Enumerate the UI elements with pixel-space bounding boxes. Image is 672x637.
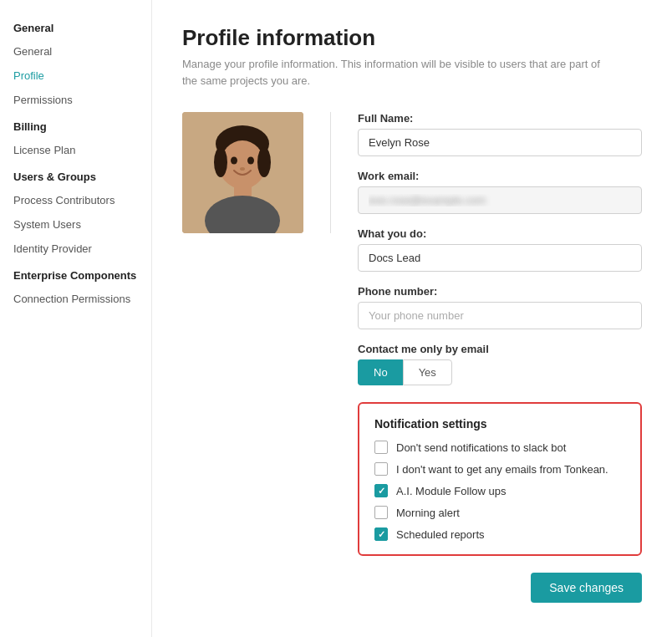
main-content: Profile information Manage your profile … [152,0,672,637]
notification-label-no-emails: I don't want to get any emails from Tonk… [396,463,608,476]
sidebar-section-enterprise-components: Enterprise ComponentsConnection Permissi… [0,261,151,311]
svg-point-5 [257,147,271,177]
notification-item-no-emails: I don't want to get any emails from Tonk… [374,462,625,476]
avatar-section [182,112,303,233]
svg-point-9 [247,157,254,165]
sidebar-item-process-contributors[interactable]: Process Contributors [0,188,151,212]
notification-item-morning-alert: Morning alert [374,506,625,519]
toggle-yes-button[interactable]: Yes [403,359,452,385]
toggle-no-button[interactable]: No [358,359,403,385]
sidebar-section-label: Enterprise Components [0,261,151,287]
notification-checkbox-no-emails[interactable] [374,462,388,476]
form-section: Full Name: Work email: What you do: Phon… [358,112,642,603]
profile-layout: Full Name: Work email: What you do: Phon… [182,112,642,603]
notification-checkbox-scheduled-reports[interactable] [374,527,388,541]
notification-item-no-slack: Don't send notifications to slack bot [374,441,625,454]
work-email-label: Work email: [358,170,642,182]
phone-input[interactable] [358,302,642,329]
avatar-image [182,112,303,233]
page-title: Profile information [182,25,642,51]
work-email-input[interactable] [358,186,642,214]
what-you-do-group: What you do: [358,227,642,272]
notification-settings-title: Notification settings [374,417,625,431]
sidebar-section-users-&-groups: Users & GroupsProcess ContributorsSystem… [0,162,151,261]
what-you-do-label: What you do: [358,227,642,240]
avatar-divider [330,112,331,233]
contact-email-label: Contact me only by email [358,343,642,355]
notification-label-scheduled-reports: Scheduled reports [396,528,485,541]
sidebar-item-permissions[interactable]: Permissions [0,88,151,112]
work-email-group: Work email: [358,170,642,214]
sidebar-section-label: General [0,13,151,39]
full-name-label: Full Name: [358,112,642,125]
full-name-input[interactable] [358,129,642,156]
sidebar-item-general[interactable]: General [0,39,151,64]
notification-label-no-slack: Don't send notifications to slack bot [396,441,566,454]
sidebar-item-connection-permissions[interactable]: Connection Permissions [0,287,151,311]
phone-group: Phone number: [358,285,642,329]
sidebar: GeneralGeneralProfilePermissionsBillingL… [0,0,152,637]
sidebar-section-label: Users & Groups [0,162,151,188]
contact-email-toggle: No Yes [358,359,642,385]
sidebar-section-label: Billing [0,112,151,138]
svg-point-8 [231,157,237,165]
sidebar-item-license-plan[interactable]: License Plan [0,138,151,162]
notification-checkbox-ai-followups[interactable] [374,484,388,497]
what-you-do-input[interactable] [358,244,642,272]
sidebar-item-identity-provider[interactable]: Identity Provider [0,237,151,261]
notification-item-scheduled-reports: Scheduled reports [374,527,625,541]
page-subtitle: Manage your profile information. This in… [182,56,617,89]
contact-email-group: Contact me only by email No Yes [358,343,642,385]
notification-settings-box: Notification settings Don't send notific… [358,402,642,556]
svg-point-10 [240,167,245,171]
notification-label-morning-alert: Morning alert [396,507,460,519]
full-name-group: Full Name: [358,112,642,156]
notification-label-ai-followups: A.I. Module Follow ups [396,485,507,497]
notification-checkbox-morning-alert[interactable] [374,506,388,519]
sidebar-item-profile[interactable]: Profile [0,64,151,88]
save-changes-button[interactable]: Save changes [531,573,642,603]
sidebar-section-billing: BillingLicense Plan [0,112,151,162]
sidebar-section-general: GeneralGeneralProfilePermissions [0,13,151,112]
notification-items: Don't send notifications to slack botI d… [374,441,625,541]
sidebar-item-system-users[interactable]: System Users [0,212,151,237]
svg-point-4 [214,147,227,177]
notification-checkbox-no-slack[interactable] [374,441,388,454]
phone-label: Phone number: [358,285,642,298]
avatar [182,112,303,233]
save-btn-row: Save changes [358,573,642,603]
notification-item-ai-followups: A.I. Module Follow ups [374,484,625,497]
